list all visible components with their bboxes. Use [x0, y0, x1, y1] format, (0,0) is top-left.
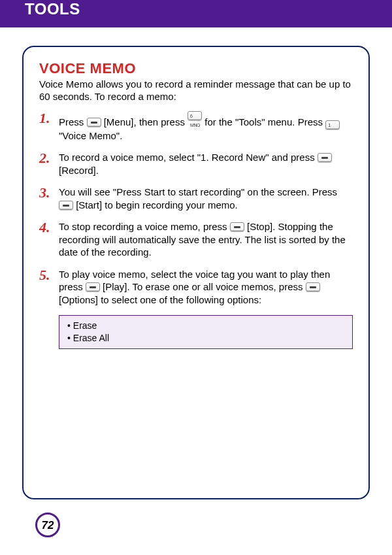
step-text: [Start] to begin recording your memo. [73, 199, 238, 210]
steps-list: Press [Menu], then press 6 MNO for the "… [39, 111, 353, 307]
chapter-header: TOOLS [0, 0, 392, 27]
step-text: To stop recording a voice memo, press [59, 221, 230, 232]
step-text: [Record]. [59, 165, 99, 176]
softkey-icon [230, 222, 244, 231]
step-text: for the "Tools" menu. Press [202, 116, 325, 127]
step-text: "Voice Memo". [59, 130, 122, 141]
step-3: You will see "Press Start to start recor… [39, 186, 353, 211]
step-2: To record a voice memo, select "1. Recor… [39, 151, 353, 177]
content-card: VOICE MEMO Voice Memo allows you to reco… [22, 46, 370, 499]
section-intro: Voice Memo allows you to record a remind… [39, 78, 353, 103]
key-1-icon: 1 [325, 120, 340, 129]
step-1: Press [Menu], then press 6 MNO for the "… [39, 111, 353, 143]
softkey-icon [318, 153, 332, 162]
softkey-icon [306, 282, 320, 292]
step-text: [Options] to select one of the following… [59, 294, 261, 305]
softkey-icon [86, 282, 100, 292]
key-6-icon: 6 MNO [188, 111, 202, 120]
option-item: Erase All [67, 332, 344, 345]
content-area: VOICE MEMO Voice Memo allows you to reco… [0, 27, 392, 499]
page-number: 72 [35, 513, 60, 537]
step-text: To record a voice memo, select "1. Recor… [59, 152, 318, 163]
softkey-icon [87, 118, 101, 127]
section-title: VOICE MEMO [39, 60, 353, 77]
step-5: To play voice memo, select the voice tag… [39, 268, 353, 307]
chapter-title: TOOLS [25, 0, 392, 18]
step-4: To stop recording a voice memo, press [S… [39, 220, 353, 259]
step-text: [Play]. To erase one or all voice memos,… [100, 281, 306, 292]
step-text: You will see "Press Start to start recor… [59, 186, 337, 197]
softkey-icon [59, 201, 73, 210]
options-box: Erase Erase All [59, 315, 353, 349]
option-item: Erase [67, 320, 344, 332]
step-text: Press [59, 116, 87, 127]
step-text: [Menu], then press [101, 116, 188, 127]
